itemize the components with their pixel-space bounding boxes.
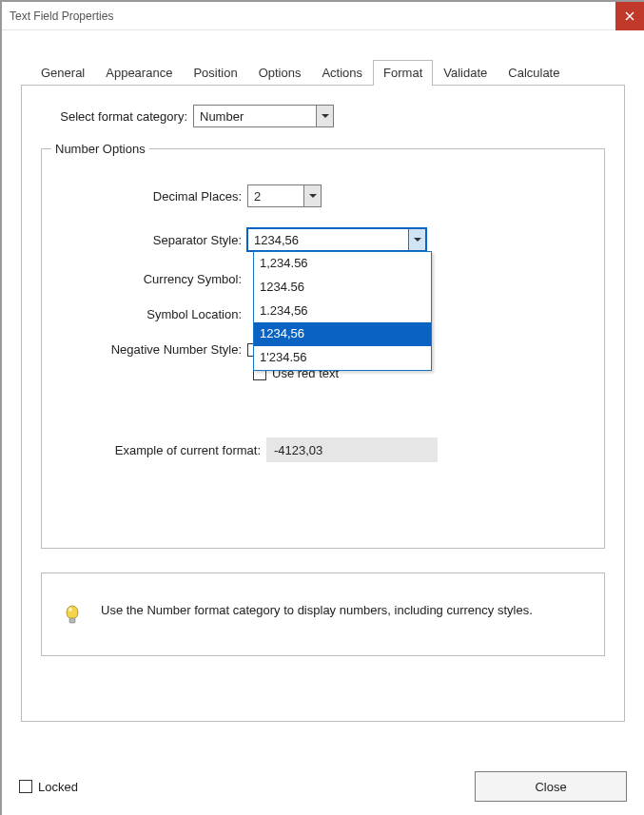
example-value: -4123,03 <box>266 437 438 462</box>
example-row: Example of current format: -4123,03 <box>51 437 595 462</box>
format-category-dropdown-button[interactable] <box>316 106 333 126</box>
dropdown-option[interactable]: 1234.56 <box>254 276 431 300</box>
tab-calculate[interactable]: Calculate <box>498 60 570 86</box>
format-category-value: Number <box>194 106 316 126</box>
svg-rect-3 <box>69 618 75 623</box>
number-options-group: Number Options Decimal Places: 2 Separat… <box>41 142 605 549</box>
decimal-places-row: Decimal Places: 2 <box>51 184 595 207</box>
dropdown-option[interactable]: 1,234.56 <box>254 252 431 276</box>
tab-appearance[interactable]: Appearance <box>95 60 183 86</box>
tab-panel-format: Select format category: Number Number Op… <box>21 85 625 722</box>
locked-label: Locked <box>38 780 78 794</box>
separator-style-label: Separator Style: <box>51 233 247 247</box>
tab-bar: General Appearance Position Options Acti… <box>30 59 634 85</box>
dialog-footer: Locked Close <box>19 771 627 802</box>
close-icon <box>625 11 634 21</box>
info-box: Use the Number format category to displa… <box>41 572 605 656</box>
format-category-row: Select format category: Number <box>41 105 605 127</box>
negative-number-style-label: Negative Number Style: <box>51 342 247 357</box>
decimal-places-label: Decimal Places: <box>51 189 247 204</box>
close-button[interactable]: Close <box>475 771 627 802</box>
locked-checkbox[interactable] <box>19 780 32 793</box>
info-text: Use the Number format category to displa… <box>101 602 533 619</box>
chevron-down-icon <box>414 238 421 242</box>
separator-style-dropdown-button[interactable] <box>408 229 425 250</box>
dropdown-option[interactable]: 1.234,56 <box>254 300 431 323</box>
dropdown-option[interactable]: 1'234.56 <box>254 346 431 370</box>
format-category-combo[interactable]: Number <box>193 105 334 127</box>
locked-row: Locked <box>19 780 78 794</box>
separator-style-value: 1234,56 <box>248 229 408 250</box>
symbol-location-label: Symbol Location: <box>51 307 247 321</box>
decimal-places-combo[interactable]: 2 <box>247 184 322 207</box>
chevron-down-icon <box>322 114 329 118</box>
format-category-label: Select format category: <box>41 109 193 124</box>
number-options-legend: Number Options <box>51 142 149 156</box>
window-close-button[interactable] <box>615 2 644 30</box>
svg-point-4 <box>69 608 72 611</box>
chevron-down-icon <box>309 194 317 198</box>
tab-format[interactable]: Format <box>373 60 433 86</box>
example-label: Example of current format: <box>51 443 266 457</box>
tab-actions[interactable]: Actions <box>311 60 373 86</box>
title-bar: Text Field Properties <box>2 2 644 30</box>
svg-point-2 <box>67 606 78 619</box>
tab-options[interactable]: Options <box>248 60 312 86</box>
decimal-places-value: 2 <box>248 185 303 206</box>
tab-validate[interactable]: Validate <box>433 60 498 86</box>
tab-position[interactable]: Position <box>183 60 247 86</box>
lightbulb-icon <box>61 604 84 627</box>
separator-style-row: Separator Style: 1234,56 1,234.56 1234.5… <box>51 228 595 251</box>
separator-style-combo[interactable]: 1234,56 <box>247 228 426 251</box>
decimal-places-dropdown-button[interactable] <box>303 185 321 206</box>
tab-general[interactable]: General <box>30 60 95 86</box>
window-title: Text Field Properties <box>10 10 113 23</box>
dropdown-option-selected[interactable]: 1234,56 <box>254 322 431 346</box>
currency-symbol-label: Currency Symbol: <box>51 272 247 286</box>
separator-style-dropdown-list[interactable]: 1,234.56 1234.56 1.234,56 1234,56 1'234.… <box>253 251 432 371</box>
